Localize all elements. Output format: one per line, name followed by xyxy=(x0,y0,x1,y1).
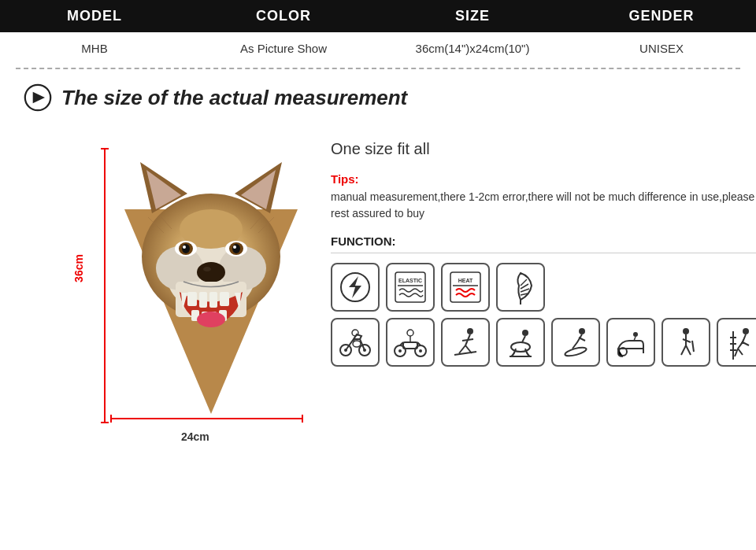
diagram-area: 36cm 24cm xyxy=(47,124,315,486)
svg-point-33 xyxy=(197,312,225,327)
svg-rect-26 xyxy=(220,292,229,306)
atv-icon-box xyxy=(386,318,435,367)
right-info: One size fit all Tips: manual measuremen… xyxy=(315,124,756,486)
size-title-text: The size of the actual measurement xyxy=(61,86,407,110)
atv-icon xyxy=(393,325,428,360)
svg-rect-23 xyxy=(187,292,197,306)
svg-point-61 xyxy=(419,349,422,353)
size-section: The size of the actual measurement 36cm … xyxy=(0,72,756,486)
sledding-icon xyxy=(503,325,538,360)
climbing-icon-box xyxy=(717,318,756,367)
main-content: 36cm 24cm xyxy=(24,124,732,486)
header-color: COLOR xyxy=(189,0,378,32)
header-size: SIZE xyxy=(378,0,567,32)
svg-line-67 xyxy=(462,339,473,341)
svg-text:ELASTIC: ELASTIC xyxy=(398,278,422,283)
feather-icon xyxy=(503,270,538,305)
svg-point-63 xyxy=(467,328,473,334)
svg-point-69 xyxy=(522,330,528,336)
lightning-icon-box xyxy=(331,263,380,312)
svg-rect-25 xyxy=(209,292,217,308)
svg-point-76 xyxy=(683,328,689,334)
snowboarding-icon-box xyxy=(551,318,600,367)
svg-point-14 xyxy=(182,244,190,253)
svg-text:HEAT: HEAT xyxy=(458,278,473,283)
elastic-icon: ELASTIC xyxy=(393,270,428,305)
svg-point-54 xyxy=(344,349,347,352)
svg-point-73 xyxy=(564,346,587,358)
info-color: As Picture Show xyxy=(189,32,378,65)
arrow-right-icon xyxy=(24,83,52,112)
svg-point-75 xyxy=(633,332,638,337)
elastic-heat-icon-box: ELASTIC xyxy=(386,263,435,312)
snowmobile-icon-box xyxy=(606,318,655,367)
motorcycle-icon-box xyxy=(331,318,380,367)
svg-marker-39 xyxy=(349,276,361,298)
motorcycle-icon xyxy=(338,325,372,360)
svg-point-56 xyxy=(352,330,358,336)
icon-row-2 xyxy=(331,318,756,367)
hiking-icon xyxy=(669,325,703,360)
svg-point-60 xyxy=(398,349,402,353)
skiing-icon-box xyxy=(441,318,490,367)
hiking-icon-box xyxy=(662,318,710,367)
svg-line-49 xyxy=(521,289,529,292)
svg-line-47 xyxy=(521,279,527,286)
tips-label: Tips: xyxy=(331,172,756,186)
svg-line-68 xyxy=(454,352,476,355)
header-gender: GENDER xyxy=(567,0,756,32)
snowmobile-icon xyxy=(613,325,648,360)
function-label: FUNCTION: xyxy=(331,234,756,253)
icon-row-1: ELASTIC HEAT xyxy=(331,263,756,312)
dashed-divider xyxy=(16,68,740,69)
svg-rect-24 xyxy=(199,292,207,308)
sledding-icon-box xyxy=(496,318,545,367)
svg-point-20 xyxy=(197,262,225,282)
label-24cm: 24cm xyxy=(181,430,209,443)
vertical-measure-line xyxy=(104,148,106,423)
svg-line-81 xyxy=(692,341,694,352)
svg-point-62 xyxy=(407,330,413,336)
horizontal-measure-line xyxy=(110,418,303,419)
climbing-icon xyxy=(724,325,756,360)
svg-rect-43 xyxy=(450,272,480,302)
header-bar: MODEL COLOR SIZE GENDER xyxy=(0,0,756,32)
label-36cm: 36cm xyxy=(72,254,85,282)
wolf-image xyxy=(117,146,306,414)
svg-point-55 xyxy=(363,349,366,352)
svg-rect-40 xyxy=(395,272,425,302)
lightning-icon xyxy=(338,270,372,305)
svg-point-19 xyxy=(233,245,236,249)
header-model: MODEL xyxy=(0,0,189,32)
svg-point-21 xyxy=(203,267,211,271)
skiing-icon xyxy=(448,325,483,360)
feather-icon-box xyxy=(496,263,545,312)
heat-icon-box: HEAT xyxy=(441,263,490,312)
info-gender: UNISEX xyxy=(567,32,756,65)
svg-point-18 xyxy=(232,244,240,253)
info-size: 36cm(14")x24cm(10") xyxy=(378,32,567,65)
info-model: MHB xyxy=(0,32,189,65)
heat-icon: HEAT xyxy=(448,270,483,305)
svg-line-65 xyxy=(459,345,465,353)
svg-point-82 xyxy=(743,328,749,334)
snowboarding-icon xyxy=(558,325,593,360)
svg-line-78 xyxy=(681,345,686,355)
svg-point-72 xyxy=(579,328,585,334)
tips-text: manual measurement,there 1-2cm error,the… xyxy=(331,189,756,222)
svg-line-79 xyxy=(686,345,691,355)
info-row: MHB As Picture Show 36cm(14")x24cm(10") … xyxy=(0,32,756,65)
size-title-row: The size of the actual measurement xyxy=(24,83,732,112)
svg-point-15 xyxy=(183,245,186,249)
svg-point-70 xyxy=(511,342,530,352)
one-size-text: One size fit all xyxy=(331,140,756,158)
